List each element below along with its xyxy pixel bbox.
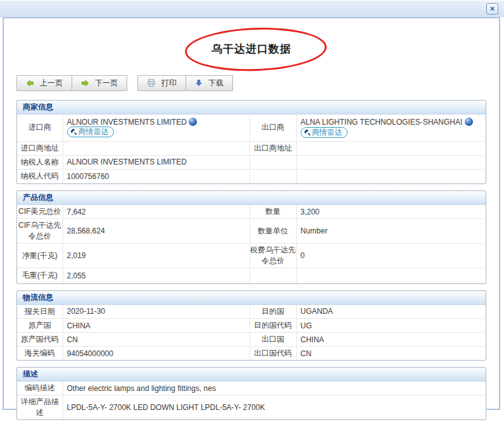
destination-country-label: 目的国 — [249, 305, 296, 319]
hs-code-label: 海关编码 — [17, 347, 63, 361]
quantity-unit-value: Number — [296, 219, 487, 244]
taxpayer-name-value: ALNOUR INVESTMENTS LIMITED — [63, 155, 249, 169]
origin-code-value: CN — [63, 333, 249, 347]
table-row: 进口商地址 出口商地址 — [17, 141, 487, 155]
globe-icon[interactable] — [465, 118, 473, 126]
screen: × 乌干达进口数据 上一页 — [0, 0, 504, 434]
empty-cell — [249, 268, 296, 283]
importer-address-label: 进口商地址 — [17, 141, 63, 155]
destination-country-value: UGANDA — [296, 305, 487, 319]
importer-address-value — [63, 141, 249, 155]
toolbar: 上一页 下一页 — [16, 75, 486, 91]
section-description-header: 描述 — [17, 368, 486, 381]
print-label: 打印 — [161, 78, 177, 89]
close-icon: × — [490, 4, 495, 13]
table-row: 纳税人代码 1000756760 — [17, 169, 487, 183]
empty-cell — [296, 169, 487, 183]
download-label: 下载 — [208, 78, 224, 89]
red-circle-annotation — [184, 25, 327, 73]
next-page-label: 下一页 — [95, 78, 118, 89]
product-description-value: LPDL-5A-Y- 2700K LED DOWN LIGHT LPDL-5A-… — [63, 395, 487, 420]
net-weight-label: 净重(千克) — [17, 244, 63, 268]
export-country-value: CHINA — [296, 333, 487, 347]
quantity-label: 数量 — [249, 205, 296, 219]
hs-description-label: 编码描述 — [17, 381, 63, 395]
exporter-value-cell: ALNA LIGHTING TECHNOLOGIES-SHANGHAI 商情雷达 — [296, 115, 487, 141]
quantity-unit-label: 数量单位 — [249, 219, 296, 244]
paging-button-group: 上一页 下一页 — [16, 75, 127, 91]
taxpayer-code-value: 1000756760 — [63, 169, 249, 183]
printer-icon — [147, 78, 156, 87]
section-merchant-header: 商家信息 — [17, 101, 486, 115]
download-button[interactable]: 下载 — [186, 75, 233, 91]
satellite-dish-icon — [304, 129, 311, 136]
logistics-table: 报关日期 2020-11-30 目的国 UGANDA 原产国 CHINA 目的国… — [17, 305, 487, 361]
radar-badge-label: 商情雷达 — [312, 127, 343, 138]
next-page-button[interactable]: 下一页 — [72, 75, 127, 91]
hs-description-value: Other electric lamps and lighting fittin… — [63, 381, 487, 395]
satellite-dish-icon — [70, 128, 77, 135]
table-row: 编码描述 Other electric lamps and lighting f… — [17, 381, 487, 395]
globe-icon[interactable] — [189, 118, 197, 126]
arrow-down-icon — [195, 79, 203, 87]
business-radar-badge[interactable]: 商情雷达 — [301, 127, 348, 138]
taxpayer-code-label: 纳税人代码 — [17, 169, 63, 183]
quantity-value: 3,200 — [296, 205, 487, 219]
close-button[interactable]: × — [486, 3, 498, 15]
declaration-date-value: 2020-11-30 — [63, 305, 249, 319]
window-titlebar: × — [0, 0, 504, 17]
empty-cell — [249, 155, 296, 169]
exporter-label: 出口商 — [249, 115, 296, 141]
export-code-value: CN — [296, 347, 487, 361]
description-table: 编码描述 Other electric lamps and lighting f… — [17, 381, 487, 419]
product-description-label: 详细产品描述 — [17, 395, 63, 420]
section-merchant: 商家信息 进口商 ALNOUR INVESTMENTS LIMITED — [16, 100, 486, 184]
export-country-label: 出口国 — [249, 333, 296, 347]
empty-cell — [296, 268, 487, 283]
table-row: 毛重(千克) 2,055 — [17, 268, 487, 283]
export-code-label: 出口国代码 — [249, 347, 296, 361]
prev-page-button[interactable]: 上一页 — [16, 75, 72, 91]
prev-page-label: 上一页 — [40, 78, 63, 89]
destination-code-value: UG — [296, 319, 487, 333]
destination-code-label: 目的国代码 — [249, 319, 296, 333]
table-row: 原产国代码 CN 出口国 CHINA — [17, 333, 487, 347]
cif-ugx-value: 28,568,624 — [63, 219, 249, 244]
table-row: 进口商 ALNOUR INVESTMENTS LIMITED 商情雷达 — [17, 115, 487, 141]
section-product-header: 产品信息 — [17, 191, 486, 205]
declaration-date-label: 报关日期 — [17, 305, 63, 319]
importer-value-cell: ALNOUR INVESTMENTS LIMITED 商情雷达 — [63, 115, 249, 141]
importer-label: 进口商 — [17, 115, 63, 141]
table-row: 详细产品描述 LPDL-5A-Y- 2700K LED DOWN LIGHT L… — [17, 395, 487, 420]
importer-name: ALNOUR INVESTMENTS LIMITED — [67, 118, 187, 127]
arrow-right-icon — [81, 79, 89, 87]
table-row: 原产国 CHINA 目的国代码 UG — [17, 319, 487, 333]
empty-cell — [296, 155, 487, 169]
action-button-group: 打印 下载 — [137, 75, 233, 91]
table-row: CIF美元总价 7,642 数量 3,200 — [17, 205, 487, 219]
table-row: 报关日期 2020-11-30 目的国 UGANDA — [17, 305, 487, 319]
net-weight-value: 2,019 — [63, 244, 249, 268]
cif-usd-value: 7,642 — [63, 205, 249, 219]
gross-weight-value: 2,055 — [63, 268, 249, 283]
table-row: CIF乌干达先令总价 28,568,624 数量单位 Number — [17, 219, 487, 244]
tax-ugx-value: 0 — [296, 244, 487, 268]
exporter-address-label: 出口商地址 — [249, 141, 296, 155]
table-row: 纳税人名称 ALNOUR INVESTMENTS LIMITED — [17, 155, 487, 169]
cif-usd-label: CIF美元总价 — [17, 205, 63, 219]
business-radar-badge[interactable]: 商情雷达 — [67, 127, 114, 137]
title-area: 乌干达进口数据 — [16, 18, 486, 75]
table-row: 净重(千克) 2,019 税费乌干达先令总价 0 — [17, 244, 487, 268]
section-product: 产品信息 CIF美元总价 7,642 数量 3,200 CIF乌干达先令总价 2… — [16, 190, 486, 284]
origin-country-label: 原产国 — [17, 319, 63, 333]
exporter-name: ALNA LIGHTING TECHNOLOGIES-SHANGHAI — [301, 118, 463, 127]
empty-cell — [249, 169, 296, 183]
table-row: 海关编码 94054000000 出口国代码 CN — [17, 347, 487, 361]
exporter-address-value — [296, 141, 487, 155]
origin-country-value: CHINA — [63, 319, 249, 333]
arrow-left-icon — [26, 79, 34, 87]
print-button[interactable]: 打印 — [137, 75, 186, 91]
section-description: 描述 编码描述 Other electric lamps and lightin… — [16, 367, 486, 420]
hs-code-value: 94054000000 — [63, 347, 249, 361]
merchant-table: 进口商 ALNOUR INVESTMENTS LIMITED 商情雷达 — [17, 115, 487, 183]
